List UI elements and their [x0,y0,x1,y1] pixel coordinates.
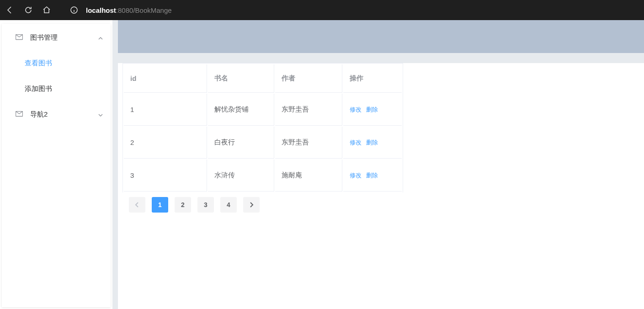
browser-toolbar: localhost:8080/BookMange [0,0,644,20]
delete-link[interactable]: 删除 [366,139,378,146]
menu-group-label: 图书管理 [30,33,58,42]
url-port: :8080 [116,6,133,14]
mail-icon [16,111,23,117]
home-icon[interactable] [42,5,51,15]
cell-name: 白夜行 [208,127,274,159]
header-bar [112,20,644,53]
delete-link[interactable]: 删除 [366,106,378,113]
url-host: localhost [86,6,116,14]
cell-author: 东野圭吾 [275,127,342,159]
edit-link[interactable]: 修改 [350,172,362,179]
menu-group-nav2[interactable]: 导航2 [0,101,112,127]
cell-name: 解忧杂货铺 [208,94,274,126]
mail-icon [16,34,23,41]
table-row: 2白夜行东野圭吾修改删除 [124,127,402,159]
edit-link[interactable]: 修改 [350,139,362,146]
cell-name: 水浒传 [208,160,274,192]
page-number-button[interactable]: 2 [175,197,191,213]
th-author: 作者 [275,64,342,93]
chevron-up-icon [98,35,103,40]
cell-author: 东野圭吾 [275,94,342,126]
menu-group-books[interactable]: 图书管理 [0,25,112,50]
main-content: id 书名 作者 操作 1解忧杂货铺东野圭吾修改删除2白夜行东野圭吾修改删除3水… [112,20,644,309]
cell-author: 施耐庵 [275,160,342,192]
sidebar-item-view-books[interactable]: 查看图书 [0,50,112,76]
page-prev-button[interactable] [129,197,145,213]
refresh-icon[interactable] [24,5,33,15]
cell-action: 修改删除 [343,127,402,159]
back-icon[interactable] [5,5,15,15]
cell-id: 2 [124,127,207,159]
sidebar: 图书管理 查看图书 添加图书 导航2 [0,20,112,309]
delete-link[interactable]: 删除 [366,172,378,179]
sidebar-item-add-book[interactable]: 添加图书 [0,76,112,101]
info-icon[interactable] [69,5,79,15]
pagination: 1234 [122,192,633,222]
th-name: 书名 [208,64,274,93]
page-number-button[interactable]: 1 [152,197,168,213]
page-number-button[interactable]: 3 [197,197,214,213]
address-bar[interactable]: localhost:8080/BookMange [86,6,172,14]
page-next-button[interactable] [243,197,260,213]
cell-action: 修改删除 [343,94,402,126]
chevron-down-icon [98,112,103,117]
th-action: 操作 [343,64,402,93]
url-path: /BookMange [133,6,171,14]
sidebar-item-label: 添加图书 [25,85,52,93]
edit-link[interactable]: 修改 [350,106,362,113]
books-table: id 书名 作者 操作 1解忧杂货铺东野圭吾修改删除2白夜行东野圭吾修改删除3水… [122,63,403,192]
sidebar-item-label: 查看图书 [25,59,52,68]
page-number-button[interactable]: 4 [220,197,237,213]
table-row: 3水浒传施耐庵修改删除 [124,160,402,192]
menu-group-label: 导航2 [30,110,48,119]
cell-id: 3 [124,160,207,192]
table-row: 1解忧杂货铺东野圭吾修改删除 [124,94,402,126]
cell-id: 1 [124,94,207,126]
th-id: id [124,64,207,93]
cell-action: 修改删除 [343,160,402,192]
